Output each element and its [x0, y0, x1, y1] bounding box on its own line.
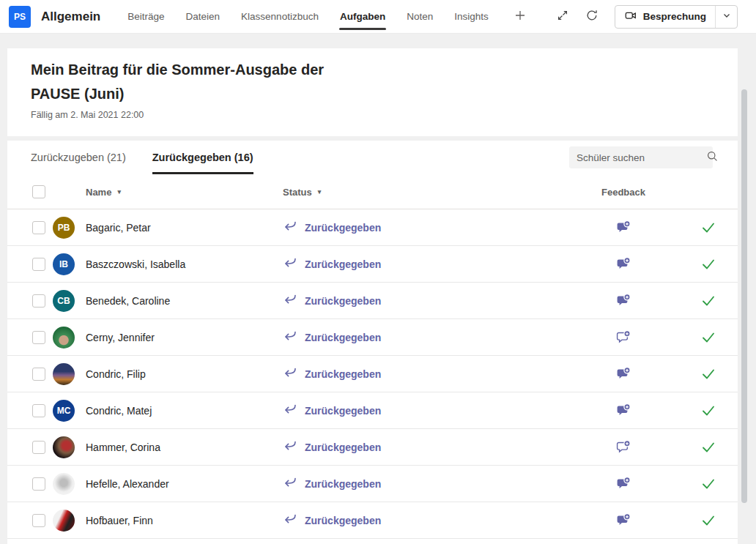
row-checkbox[interactable] — [32, 221, 45, 234]
table-row[interactable]: Condric, Filip Zurückgegeben — [7, 356, 738, 392]
status-cell: Zurückgegeben — [283, 512, 381, 529]
feedback-icon[interactable] — [614, 328, 633, 347]
tab-klassennotizbuch[interactable]: Klassennotizbuch — [240, 0, 319, 33]
status-cell: Zurückgegeben — [283, 219, 381, 236]
tab-dateien[interactable]: Dateien — [185, 0, 221, 33]
row-checkbox[interactable] — [32, 514, 45, 527]
checkmark-icon — [700, 329, 716, 346]
table-row[interactable]: Cerny, Jennifer Zurückgegeben — [7, 319, 738, 356]
feedback-icon[interactable] — [614, 365, 633, 384]
row-checkbox[interactable] — [32, 331, 45, 344]
student-name: Bagaric, Petar — [86, 222, 151, 234]
checkmark-icon — [700, 256, 716, 272]
expand-button[interactable] — [552, 6, 574, 28]
vertical-scrollbar[interactable] — [741, 89, 747, 503]
avatar — [53, 363, 75, 385]
student-name: Hefelle, Alexander — [86, 478, 169, 490]
row-checkbox[interactable] — [32, 368, 45, 381]
row-checkbox[interactable] — [32, 258, 45, 271]
checkmark-icon — [700, 513, 716, 529]
channel-tab-bar: Beiträge Dateien Klassennotizbuch Aufgab… — [127, 0, 530, 33]
student-name: Condric, Matej — [86, 405, 152, 417]
channel-header: PS Allgemein Beiträge Dateien Klassennot… — [0, 0, 756, 34]
meeting-button[interactable]: Besprechung — [615, 6, 715, 28]
status-cell: Zurückgegeben — [283, 402, 381, 420]
refresh-button[interactable] — [581, 6, 603, 28]
expand-icon — [556, 9, 569, 24]
table-row[interactable]: IB Baszczowski, Isabella Zurückgegeben — [7, 246, 738, 283]
feedback-icon[interactable] — [614, 291, 633, 310]
feedback-icon[interactable] — [614, 511, 633, 530]
row-checkbox[interactable] — [32, 477, 45, 491]
meeting-button-label: Besprechung — [643, 11, 706, 22]
return-arrow-icon — [283, 365, 297, 383]
return-arrow-icon — [283, 329, 297, 346]
status-cell: Zurückgegeben — [283, 475, 381, 493]
feedback-icon[interactable] — [614, 218, 633, 237]
tab-insights[interactable]: Insights — [453, 0, 489, 33]
tab-to-return[interactable]: Zurückzugeben (21) — [31, 141, 126, 174]
avatar — [53, 473, 75, 495]
status-label: Zurückgegeben — [305, 295, 381, 307]
table-row[interactable]: Hofbauer, Finn Zurückgegeben — [7, 502, 738, 539]
status-label: Zurückgegeben — [305, 368, 381, 380]
student-name: Condric, Filip — [86, 368, 146, 380]
checkmark-icon — [700, 476, 716, 492]
checkmark-icon — [700, 293, 716, 309]
submission-filter-tabs: Zurückzugeben (21) Zurückgegeben (16) — [7, 141, 738, 174]
return-arrow-icon — [283, 256, 297, 273]
assignment-due-date: Fällig am 2. Mai 2021 22:00 — [31, 110, 714, 120]
table-row[interactable]: Hefelle, Alexander Zurückgegeben — [7, 466, 738, 502]
student-name: Cerny, Jennifer — [86, 332, 155, 343]
submissions-card: Zurückzugeben (21) Zurückgegeben (16) Na… — [7, 141, 738, 544]
camera-icon — [624, 9, 637, 24]
add-tab-button[interactable] — [509, 6, 531, 28]
feedback-icon[interactable] — [614, 474, 633, 493]
table-row[interactable]: CB Benedek, Caroline Zurückgegeben — [7, 283, 738, 319]
checkmark-icon — [700, 366, 716, 382]
refresh-icon — [585, 9, 598, 24]
tab-beitraege[interactable]: Beiträge — [127, 0, 165, 33]
column-name[interactable]: Name ▾ — [86, 186, 121, 197]
search-icon — [706, 150, 719, 165]
sort-caret-icon: ▾ — [117, 188, 121, 195]
return-arrow-icon — [283, 439, 297, 456]
meeting-options-button[interactable] — [715, 6, 737, 28]
table-row[interactable]: Hammer, Corina Zurückgegeben — [7, 429, 738, 466]
feedback-icon[interactable] — [614, 255, 633, 274]
status-cell: Zurückgegeben — [283, 292, 381, 310]
meeting-split-button: Besprechung — [615, 5, 738, 29]
feedback-icon[interactable] — [614, 401, 633, 420]
return-arrow-icon — [283, 475, 297, 493]
assignment-header-card: Mein Beitrag für die Sommer-Ausgabe der … — [7, 48, 738, 136]
plus-icon — [514, 9, 527, 24]
return-arrow-icon — [283, 292, 297, 310]
avatar — [53, 510, 75, 532]
avatar: IB — [53, 253, 75, 275]
student-search — [569, 146, 713, 168]
status-cell: Zurückgegeben — [283, 439, 381, 456]
row-checkbox[interactable] — [32, 441, 45, 454]
student-name: Benedek, Caroline — [86, 295, 170, 307]
column-status[interactable]: Status ▾ — [283, 186, 321, 197]
student-name: Hammer, Corina — [86, 441, 160, 453]
avatar: MC — [53, 400, 75, 422]
status-label: Zurückgegeben — [305, 441, 381, 453]
status-cell: Zurückgegeben — [283, 365, 381, 383]
checkmark-icon — [700, 220, 716, 236]
table-row[interactable]: MC Condric, Matej Zurückgegeben — [7, 392, 738, 429]
return-arrow-icon — [283, 402, 297, 420]
row-checkbox[interactable] — [32, 404, 45, 417]
table-row[interactable]: PB Bagaric, Petar Zurückgegeben — [7, 209, 738, 246]
student-rows: PB Bagaric, Petar Zurückgegeben — [7, 209, 738, 539]
status-label: Zurückgegeben — [305, 478, 381, 490]
tab-returned[interactable]: Zurückgegeben (16) — [152, 141, 253, 174]
feedback-icon[interactable] — [614, 438, 633, 457]
team-avatar[interactable]: PS — [9, 6, 31, 28]
search-input[interactable] — [577, 152, 706, 163]
tab-noten[interactable]: Noten — [406, 0, 434, 33]
tab-aufgaben[interactable]: Aufgaben — [339, 0, 386, 33]
select-all-checkbox[interactable] — [32, 185, 45, 198]
table-header: Name ▾ Status ▾ Feedback — [7, 174, 738, 209]
row-checkbox[interactable] — [32, 294, 45, 308]
